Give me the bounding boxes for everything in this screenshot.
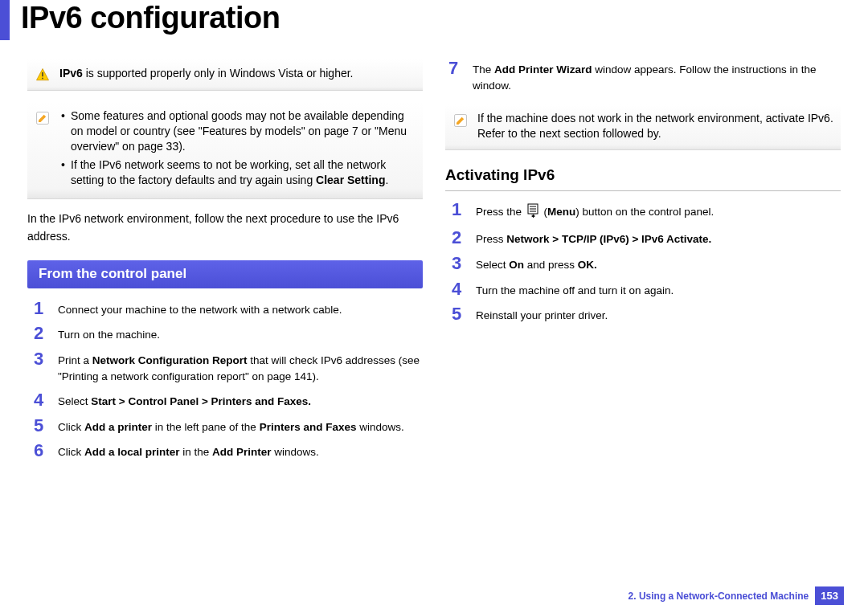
step-text: The Add Printer Wizard window appears. F… xyxy=(473,59,841,93)
step-number: 4 xyxy=(31,391,47,410)
note-icon xyxy=(452,111,469,141)
step-number: 7 xyxy=(445,59,461,93)
step-number: 1 xyxy=(448,201,465,223)
svg-rect-1 xyxy=(42,72,43,76)
step-number: 3 xyxy=(31,350,47,384)
page-footer: 2. Using a Network-Connected Machine 153 xyxy=(628,586,844,605)
steps-right: 1 Press the ✱ (Menu) button on the contr… xyxy=(445,201,841,324)
step-r4: 4 Turn the machine off and turn it on ag… xyxy=(448,280,841,299)
page-title: IPv6 configuration xyxy=(10,1,280,40)
intro-text: In the IPv6 network environment, follow … xyxy=(27,210,423,245)
step-text: Select On and press OK. xyxy=(476,255,841,273)
step-text: Click Add a printer in the left pane of … xyxy=(58,417,423,435)
warning-callout: IPv6 IPv6 is supported properly only in … xyxy=(27,59,423,91)
step-5: 5 Click Add a printer in the left pane o… xyxy=(31,417,423,435)
step-number: 5 xyxy=(31,417,47,435)
step-text: Click Add a local printer in the Add Pri… xyxy=(58,442,423,460)
svg-text:✱: ✱ xyxy=(530,214,534,218)
note-callout-2: If the machine does not work in the netw… xyxy=(445,104,841,150)
step-r1: 1 Press the ✱ (Menu) button on the contr… xyxy=(448,201,841,223)
note2-text: If the machine does not work in the netw… xyxy=(477,111,834,141)
menu-icon: ✱ xyxy=(526,203,539,223)
page-header: IPv6 configuration xyxy=(0,0,868,40)
note-body: Some features and optional goods may not… xyxy=(59,108,416,190)
step-3: 3 Print a Network Configuration Report t… xyxy=(31,350,423,384)
step-text: Select Start > Control Panel > Printers … xyxy=(58,391,423,410)
content-columns: IPv6 IPv6 is supported properly only in … xyxy=(0,40,868,468)
left-column: IPv6 IPv6 is supported properly only in … xyxy=(27,59,423,468)
svg-rect-2 xyxy=(42,78,43,80)
step-text: Press Network > TCP/IP (IPv6) > IPv6 Act… xyxy=(476,229,841,247)
warning-text: IPv6 IPv6 is supported properly only in … xyxy=(59,66,416,82)
header-accent xyxy=(0,0,10,40)
step-4: 4 Select Start > Control Panel > Printer… xyxy=(31,391,423,410)
warning-icon xyxy=(34,66,51,82)
section-banner-control-panel: From the control panel xyxy=(27,260,423,288)
step-number: 2 xyxy=(31,325,47,343)
right-column: 7 The Add Printer Wizard window appears.… xyxy=(445,59,841,468)
step-r5: 5 Reinstall your printer driver. xyxy=(448,305,841,324)
step-r3: 3 Select On and press OK. xyxy=(448,255,841,273)
footer-chapter: 2. Using a Network-Connected Machine xyxy=(628,591,809,602)
step-number: 3 xyxy=(448,255,465,273)
step-text: Press the ✱ (Menu) button on the control… xyxy=(476,201,841,223)
step-r2: 2 Press Network > TCP/IP (IPv6) > IPv6 A… xyxy=(448,229,841,247)
step-text: Connect your machine to the network with… xyxy=(58,300,423,318)
step-2: 2 Turn on the machine. xyxy=(31,325,423,343)
step-number: 4 xyxy=(448,280,465,299)
step-number: 1 xyxy=(31,300,47,318)
step-text: Reinstall your printer driver. xyxy=(476,305,841,324)
note-bullet-1: Some features and optional goods may not… xyxy=(59,108,416,154)
sub-heading-activating: Activating IPv6 xyxy=(445,166,841,191)
step-text: Turn the machine off and turn it on agai… xyxy=(476,280,841,299)
step-7: 7 The Add Printer Wizard window appears.… xyxy=(445,59,841,93)
step-6: 6 Click Add a local printer in the Add P… xyxy=(31,442,423,460)
step-text: Print a Network Configuration Report tha… xyxy=(58,350,423,384)
step-1: 1 Connect your machine to the network wi… xyxy=(31,300,423,318)
step-number: 5 xyxy=(448,305,465,324)
note-callout: Some features and optional goods may not… xyxy=(27,102,423,199)
note-icon xyxy=(34,108,51,190)
step-number: 2 xyxy=(448,229,465,247)
step-text: Turn on the machine. xyxy=(58,325,423,343)
note-bullet-2: If the IPv6 network seems to not be work… xyxy=(59,157,416,188)
steps-left: 1 Connect your machine to the network wi… xyxy=(27,300,423,460)
step-number: 6 xyxy=(31,442,47,460)
footer-page-number: 153 xyxy=(815,586,844,605)
